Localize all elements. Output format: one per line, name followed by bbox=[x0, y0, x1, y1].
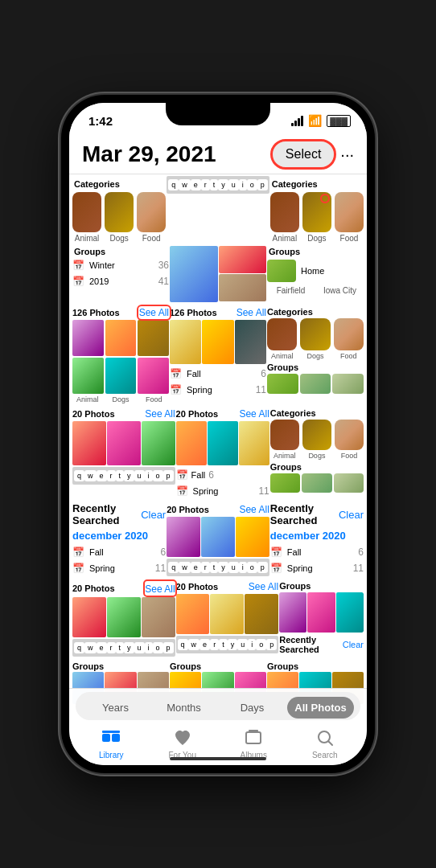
key-t-4[interactable]: t bbox=[116, 642, 125, 653]
key-u-4[interactable]: u bbox=[134, 642, 145, 653]
key-r-5[interactable]: r bbox=[210, 639, 219, 650]
keyboard-row-2[interactable]: q w e r t y u i o p bbox=[72, 467, 175, 485]
spring-label-2[interactable]: Spring bbox=[193, 486, 219, 496]
december-label-2[interactable]: december 2020 bbox=[270, 530, 364, 542]
december-label-1[interactable]: december 2020 bbox=[72, 530, 166, 542]
key-w-4[interactable]: w bbox=[84, 642, 97, 653]
key-w-5[interactable]: w bbox=[188, 639, 200, 650]
photo-5[interactable] bbox=[105, 358, 137, 394]
photo-20-7[interactable] bbox=[167, 517, 200, 557]
photo-bottom-4[interactable] bbox=[176, 594, 210, 634]
key-q-1[interactable]: q bbox=[168, 179, 179, 190]
key-i-3[interactable]: i bbox=[239, 562, 247, 573]
category-food-5[interactable]: Food bbox=[335, 420, 364, 460]
category-dogs-2[interactable]: Dogs bbox=[302, 192, 331, 243]
photo-bottom-2[interactable] bbox=[107, 597, 141, 637]
key-t-3[interactable]: t bbox=[210, 562, 219, 573]
keyboard-row-5[interactable]: q w e r t y u i o p bbox=[176, 636, 279, 653]
photo-2[interactable] bbox=[105, 320, 137, 356]
see-all-20-3[interactable]: See All bbox=[239, 504, 269, 515]
photo-bottom-6[interactable] bbox=[245, 594, 278, 634]
photo-20-8[interactable] bbox=[201, 517, 235, 557]
keyboard-row-3[interactable]: q w e r t y u i o p bbox=[167, 559, 269, 576]
key-e-5[interactable]: e bbox=[199, 639, 210, 650]
spring-label-4[interactable]: Spring bbox=[287, 563, 313, 573]
fall-label-4[interactable]: Fall bbox=[287, 547, 302, 557]
key-o-4[interactable]: o bbox=[153, 642, 163, 653]
key-t-5[interactable]: t bbox=[219, 639, 228, 650]
key-i-4[interactable]: i bbox=[145, 642, 153, 653]
fairfield-label[interactable]: Fairfield bbox=[267, 286, 315, 295]
key-o-1[interactable]: o bbox=[247, 179, 257, 190]
photo-20-9[interactable] bbox=[236, 517, 269, 557]
key-q-2[interactable]: q bbox=[74, 470, 84, 481]
key-t-1[interactable]: t bbox=[210, 179, 219, 190]
tab-months[interactable]: Months bbox=[150, 697, 217, 719]
see-all-126-2[interactable]: See All bbox=[237, 307, 266, 318]
fall-label-3[interactable]: Fall bbox=[89, 547, 104, 557]
photo-3[interactable] bbox=[138, 320, 169, 356]
tab-days[interactable]: Days bbox=[219, 697, 286, 719]
groups-photo-1[interactable] bbox=[279, 592, 306, 633]
key-q-4[interactable]: q bbox=[74, 642, 84, 653]
key-i-2[interactable]: i bbox=[145, 470, 153, 481]
photo-bottom-3[interactable] bbox=[142, 597, 175, 637]
see-all-20-4[interactable]: See All bbox=[145, 583, 175, 595]
category-animal-1[interactable]: Animal bbox=[72, 192, 101, 243]
clear-button-1[interactable]: Clear bbox=[141, 509, 166, 521]
key-u-1[interactable]: u bbox=[228, 179, 239, 190]
tab-library[interactable]: Library bbox=[76, 723, 147, 763]
fall-label-2[interactable]: Fall bbox=[191, 470, 206, 480]
groups-photo-2[interactable] bbox=[307, 592, 335, 633]
category-animal-5[interactable]: Animal bbox=[270, 420, 299, 460]
key-p-5[interactable]: p bbox=[266, 639, 277, 650]
category-food-1[interactable]: Food bbox=[137, 192, 166, 243]
center-photo-1[interactable] bbox=[170, 320, 201, 364]
category-dogs-4[interactable]: Dogs bbox=[300, 318, 330, 360]
see-all-20-1[interactable]: See All bbox=[145, 408, 175, 420]
photo-20-1[interactable] bbox=[72, 421, 106, 465]
tab-all-photos[interactable]: All Photos bbox=[287, 697, 354, 719]
clear-button-2[interactable]: Clear bbox=[339, 509, 364, 521]
key-u-3[interactable]: u bbox=[228, 562, 239, 573]
key-q-5[interactable]: q bbox=[178, 639, 188, 650]
key-e-2[interactable]: e bbox=[97, 470, 107, 481]
key-e-3[interactable]: e bbox=[191, 562, 201, 573]
groups-photo-3[interactable] bbox=[336, 592, 364, 633]
see-all-126-1[interactable]: See All bbox=[139, 307, 169, 318]
fall-label-1[interactable]: Fall bbox=[187, 369, 201, 379]
see-all-20-5[interactable]: See All bbox=[249, 581, 278, 592]
key-e-1[interactable]: e bbox=[191, 179, 201, 190]
photo-bottom-5[interactable] bbox=[210, 594, 244, 634]
photo-20-3[interactable] bbox=[142, 421, 175, 465]
select-button[interactable]: Select bbox=[273, 141, 334, 167]
category-animal-3[interactable]: Animal bbox=[72, 395, 102, 403]
photo-1[interactable] bbox=[72, 320, 104, 356]
key-r-1[interactable]: r bbox=[201, 179, 210, 190]
key-u-2[interactable]: u bbox=[134, 470, 145, 481]
key-p-2[interactable]: p bbox=[163, 470, 174, 481]
key-y-3[interactable]: y bbox=[218, 562, 228, 573]
category-food-2[interactable]: Food bbox=[335, 192, 364, 243]
key-w-2[interactable]: w bbox=[84, 470, 97, 481]
photo-20-6[interactable] bbox=[239, 421, 269, 465]
category-dogs-3[interactable]: Dogs bbox=[105, 395, 135, 403]
key-r-3[interactable]: r bbox=[201, 562, 210, 573]
keyboard-row-1[interactable]: q w e r t y u i o p bbox=[167, 176, 269, 194]
key-o-3[interactable]: o bbox=[247, 562, 257, 573]
key-o-5[interactable]: o bbox=[256, 639, 266, 650]
center-photo-2[interactable] bbox=[202, 320, 233, 364]
spring-label-1[interactable]: Spring bbox=[187, 385, 212, 395]
key-p-1[interactable]: p bbox=[257, 179, 268, 190]
key-t-2[interactable]: t bbox=[116, 470, 125, 481]
photo-4[interactable] bbox=[72, 358, 104, 394]
key-y-2[interactable]: y bbox=[124, 470, 134, 481]
tab-search[interactable]: Search bbox=[290, 723, 361, 763]
photo-6[interactable] bbox=[138, 358, 169, 394]
key-y-4[interactable]: y bbox=[124, 642, 134, 653]
spring-label-3[interactable]: Spring bbox=[89, 563, 115, 573]
year-2019-label-1[interactable]: 2019 bbox=[89, 276, 109, 286]
center-photo-3[interactable] bbox=[235, 320, 266, 364]
key-r-4[interactable]: r bbox=[107, 642, 116, 653]
category-food-4[interactable]: Food bbox=[334, 318, 364, 360]
